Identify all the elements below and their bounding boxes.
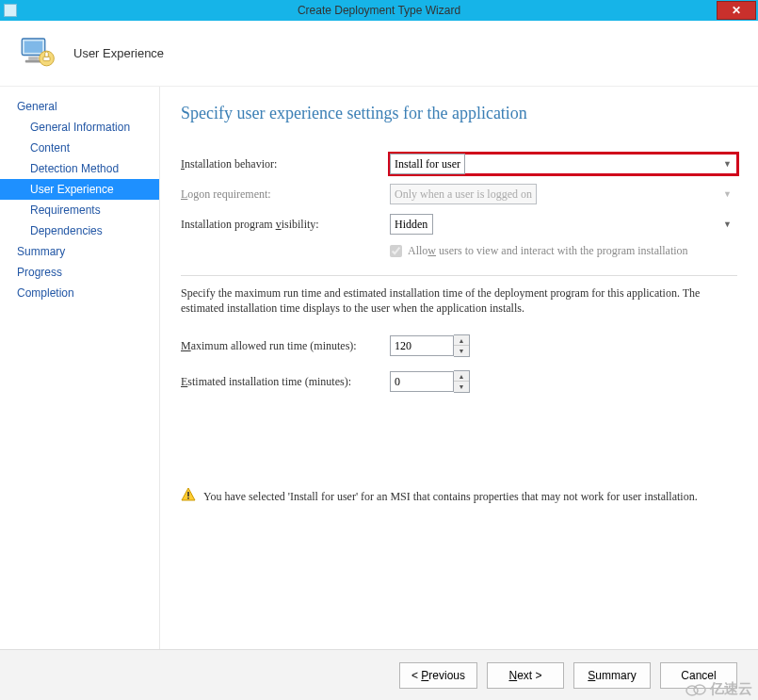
svg-rect-2 — [28, 57, 39, 60]
page-title: Specify user experience settings for the… — [181, 104, 737, 123]
spinner-up-icon[interactable]: ▲ — [454, 335, 469, 346]
svg-rect-7 — [187, 497, 189, 499]
logon-requirement-select: Only when a user is logged on — [390, 184, 537, 204]
visibility-select[interactable]: Hidden — [390, 214, 433, 235]
nav-progress[interactable]: Progress — [0, 262, 159, 283]
nav-requirements[interactable]: Requirements — [0, 200, 159, 220]
install-behavior-select[interactable]: Install for user — [390, 154, 465, 174]
chevron-down-icon: ▼ — [723, 220, 732, 229]
svg-rect-5 — [43, 57, 50, 60]
nav-detection[interactable]: Detection Method — [0, 158, 159, 179]
logon-requirement-label: Logon requirement: — [181, 187, 390, 202]
app-icon — [4, 4, 17, 17]
next-button[interactable]: Next > — [487, 662, 564, 689]
warning-text: You have selected 'Install for user' for… — [203, 490, 698, 504]
divider — [181, 275, 737, 276]
nav-completion[interactable]: Completion — [0, 283, 159, 303]
nav-summary[interactable]: Summary — [0, 241, 159, 262]
max-runtime-label: Maximum allowed run time (minutes): — [181, 339, 390, 353]
wizard-sidebar: General General Information Content Dete… — [0, 87, 160, 652]
computer-icon — [17, 32, 56, 74]
nav-general[interactable]: General — [0, 96, 159, 117]
summary-button[interactable]: Summary — [573, 662, 651, 689]
spinner-down-icon[interactable]: ▼ — [454, 346, 469, 356]
close-button[interactable]: ✕ — [717, 1, 756, 20]
est-time-label: Estimated installation time (minutes): — [181, 375, 390, 389]
chevron-down-icon: ▼ — [723, 159, 732, 169]
svg-point-9 — [694, 685, 705, 694]
est-time-input[interactable] — [390, 371, 454, 392]
allow-interact-checkbox — [390, 245, 402, 257]
button-bar: < Previous Next > Summary Cancel — [0, 649, 758, 700]
svg-rect-1 — [24, 41, 42, 53]
main-panel: Specify user experience settings for the… — [160, 87, 758, 652]
svg-rect-6 — [187, 492, 189, 497]
spinner-up-icon[interactable]: ▲ — [454, 371, 469, 382]
warning-icon — [181, 487, 196, 506]
nav-dependencies[interactable]: Dependencies — [0, 220, 159, 241]
chevron-down-icon: ▼ — [723, 189, 732, 199]
previous-button[interactable]: < Previous — [399, 662, 477, 689]
watermark: 亿速云 — [685, 680, 752, 698]
allow-interact-label: Allow users to view and interact with th… — [408, 244, 688, 258]
header-title: User Experience — [73, 46, 164, 60]
install-behavior-label: Installation behavior: — [181, 157, 390, 171]
spinner-down-icon[interactable]: ▼ — [454, 382, 469, 392]
title-bar: Create Deployment Type Wizard ✕ — [0, 0, 758, 21]
nav-user-experience[interactable]: User Experience — [0, 179, 159, 200]
nav-general-info[interactable]: General Information — [0, 117, 159, 138]
window-title: Create Deployment Type Wizard — [0, 4, 758, 17]
nav-content[interactable]: Content — [0, 138, 159, 158]
visibility-label: Installation program visibility: — [181, 218, 390, 232]
runtime-description: Specify the maximum run time and estimat… — [181, 285, 737, 316]
warning-message: You have selected 'Install for user' for… — [181, 487, 737, 506]
wizard-header: User Experience — [0, 21, 758, 87]
max-runtime-input[interactable] — [390, 335, 454, 356]
